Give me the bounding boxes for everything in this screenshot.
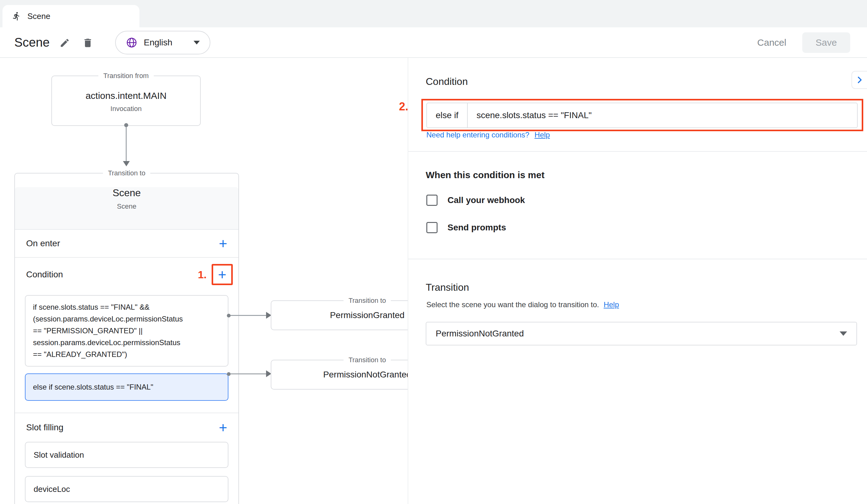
plus-icon: + bbox=[218, 266, 226, 283]
collapse-panel-button[interactable] bbox=[852, 71, 867, 89]
edit-scene-button[interactable] bbox=[57, 35, 72, 51]
connector-dot bbox=[227, 314, 231, 317]
language-selector[interactable]: English bbox=[115, 31, 210, 54]
plus-icon: + bbox=[219, 235, 227, 252]
scene-node-header[interactable]: Scene Scene bbox=[15, 187, 238, 230]
condition-help-link[interactable]: Help bbox=[535, 131, 550, 139]
add-on-enter-button[interactable]: + bbox=[219, 236, 227, 251]
caret-down-icon bbox=[194, 41, 200, 44]
assistant-person-icon bbox=[12, 11, 21, 21]
connector-line bbox=[231, 373, 267, 374]
transition-help-sentence: Select the scene you want the dialog to … bbox=[426, 300, 599, 309]
section-on-enter: On enter + bbox=[15, 230, 238, 258]
flow-arrowhead-icon bbox=[123, 161, 130, 166]
panel-condition-heading: Condition bbox=[426, 76, 468, 87]
invocation-subtitle: Invocation bbox=[52, 105, 200, 113]
scene-node-title: Scene bbox=[15, 187, 238, 199]
condition-item-2-selected[interactable]: else if scene.slots.status == "FINAL" bbox=[25, 373, 228, 401]
trash-icon bbox=[82, 37, 93, 48]
section-condition-header: Condition 1. + bbox=[15, 258, 238, 291]
transition-heading: Transition bbox=[426, 282, 469, 293]
flow-connector-line bbox=[126, 127, 127, 161]
when-condition-heading: When this condition is met bbox=[426, 170, 545, 180]
condition-section-label: Condition bbox=[26, 270, 63, 280]
scene-frame-label: Transition to bbox=[103, 168, 150, 178]
annotation-2: 2. bbox=[399, 100, 408, 113]
scene-editor-screen: Scene Scene English Cancel Save Transit bbox=[0, 0, 867, 504]
on-enter-label: On enter bbox=[26, 239, 60, 249]
add-condition-button[interactable]: + bbox=[218, 267, 226, 282]
connector-dot bbox=[227, 372, 231, 376]
section-slot-filling-header: Slot filling + bbox=[15, 413, 238, 442]
prompts-checkbox-label: Send prompts bbox=[448, 223, 506, 232]
condition-prefix[interactable]: else if bbox=[427, 103, 468, 128]
condition-editor-row: else if scene.slots.status == "FINAL" bbox=[426, 102, 858, 128]
panel-divider bbox=[408, 151, 867, 152]
header: Scene English Cancel Save bbox=[0, 28, 867, 58]
tab-label: Scene bbox=[28, 11, 51, 21]
browser-tab-bar: Scene bbox=[0, 0, 867, 28]
condition-detail-panel: Condition else if scene.slots.status == … bbox=[408, 58, 867, 504]
invocation-title: actions.intent.MAIN bbox=[52, 90, 200, 101]
globe-icon bbox=[126, 37, 138, 48]
transition-help-link[interactable]: Help bbox=[604, 300, 619, 309]
annotation-highlight-box-1: + bbox=[212, 264, 233, 285]
invocation-node[interactable]: Transition from actions.intent.MAIN Invo… bbox=[51, 76, 201, 126]
tab-scene[interactable]: Scene bbox=[2, 5, 139, 28]
help-prompt-text: Need help entering conditions? bbox=[426, 131, 529, 139]
invocation-frame-label: Transition from bbox=[98, 71, 154, 80]
target-frame-label: Transition to bbox=[344, 296, 391, 305]
annotation-1: 1. bbox=[198, 269, 207, 281]
transition-scene-select[interactable]: PermissionNotGranted bbox=[426, 322, 857, 346]
plus-icon: + bbox=[219, 419, 227, 436]
delete-scene-button[interactable] bbox=[80, 35, 95, 51]
condition-item-1[interactable]: if scene.slots.status == "FINAL" && (ses… bbox=[25, 295, 228, 366]
pencil-icon bbox=[60, 37, 70, 48]
language-label: English bbox=[144, 37, 172, 47]
condition-help-text: Need help entering conditions? Help bbox=[426, 131, 550, 139]
prompts-checkbox[interactable] bbox=[426, 222, 438, 233]
webhook-checkbox-label: Call your webhook bbox=[448, 195, 525, 205]
scene-node-subtitle: Scene bbox=[15, 202, 238, 210]
scene-node: Transition to Scene Scene On enter + Con… bbox=[14, 173, 239, 504]
target-frame-label: Transition to bbox=[344, 355, 391, 365]
slot-filling-label: Slot filling bbox=[26, 423, 64, 432]
chevron-right-icon bbox=[855, 75, 864, 85]
slot-item-validation[interactable]: Slot validation bbox=[25, 442, 228, 468]
condition-expression-input[interactable]: scene.slots.status == "FINAL" bbox=[468, 103, 857, 128]
webhook-checkbox[interactable] bbox=[426, 195, 438, 206]
select-caret-icon bbox=[839, 331, 847, 336]
connector-line bbox=[231, 315, 267, 316]
cancel-button[interactable]: Cancel bbox=[753, 28, 790, 57]
slot-item-deviceloc[interactable]: deviceLoc bbox=[25, 476, 228, 502]
prompts-option-row[interactable]: Send prompts bbox=[426, 222, 506, 233]
page-title: Scene bbox=[14, 28, 50, 57]
section-divider bbox=[15, 401, 238, 413]
save-button[interactable]: Save bbox=[802, 32, 850, 53]
webhook-option-row[interactable]: Call your webhook bbox=[426, 195, 525, 206]
selected-scene-value: PermissionNotGranted bbox=[436, 329, 524, 339]
transition-help-text: Select the scene you want the dialog to … bbox=[426, 300, 619, 309]
panel-divider bbox=[408, 259, 867, 259]
add-slot-button[interactable]: + bbox=[219, 420, 227, 435]
